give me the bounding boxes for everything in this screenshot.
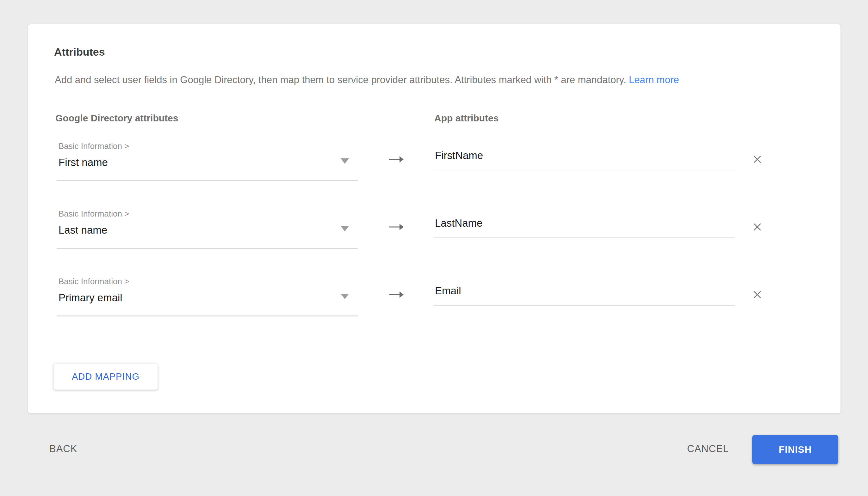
arrow-right-icon — [389, 222, 404, 231]
remove-mapping-button[interactable] — [748, 218, 766, 236]
cancel-button[interactable]: CANCEL — [684, 440, 732, 458]
mapping-row: Basic Information > First name — [28, 139, 841, 207]
arrow-right-icon — [389, 290, 404, 299]
caret-down-icon — [341, 226, 349, 231]
caret-down-icon — [341, 294, 349, 299]
learn-more-link[interactable]: Learn more — [629, 74, 679, 86]
app-attribute-input[interactable] — [434, 212, 735, 238]
caret-down-icon — [341, 158, 349, 164]
google-attribute-value: Primary email — [59, 292, 122, 304]
attributes-card: Attributes Add and select user fields in… — [28, 24, 841, 414]
add-mapping-button[interactable]: ADD MAPPING — [54, 363, 158, 390]
google-attribute-value: First name — [59, 156, 108, 169]
app-attribute-input[interactable] — [434, 280, 735, 306]
finish-button[interactable]: FINISH — [752, 435, 838, 464]
back-button[interactable]: BACK — [46, 440, 80, 458]
google-attribute-select[interactable]: Basic Information > Primary email — [57, 275, 358, 316]
mapping-row: Basic Information > Last name — [28, 207, 841, 275]
attribute-category-label: Basic Information > — [59, 277, 129, 286]
attribute-category-label: Basic Information > — [59, 209, 129, 219]
column-header-app: App attributes — [434, 113, 499, 124]
attribute-category-label: Basic Information > — [59, 141, 129, 151]
remove-mapping-button[interactable] — [748, 286, 766, 304]
page-description: Add and select user fields in Google Dir… — [55, 74, 679, 86]
mapping-row: Basic Information > Primary email — [28, 275, 841, 342]
google-attribute-select[interactable]: Basic Information > First name — [57, 139, 358, 181]
remove-mapping-button[interactable] — [748, 151, 766, 168]
column-header-google-directory: Google Directory attributes — [55, 113, 178, 124]
google-attribute-select[interactable]: Basic Information > Last name — [57, 207, 358, 249]
page-title: Attributes — [54, 46, 105, 58]
mapping-rows: Basic Information > First name Basic Inf… — [28, 139, 841, 342]
page-description-text: Add and select user fields in Google Dir… — [55, 74, 626, 86]
close-icon — [751, 154, 763, 165]
google-attribute-value: Last name — [59, 224, 107, 236]
close-icon — [751, 289, 763, 300]
close-icon — [751, 221, 763, 233]
app-attribute-input[interactable] — [434, 144, 735, 170]
arrow-right-icon — [389, 155, 404, 164]
